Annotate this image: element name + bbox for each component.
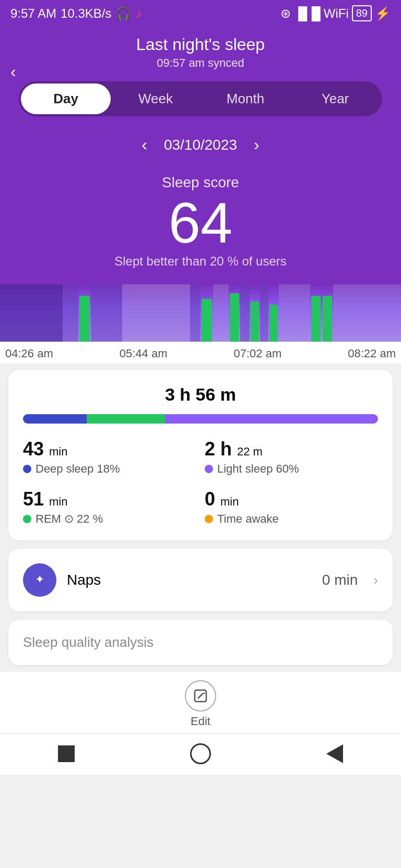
time-labels: 04:26 am 05:44 am 07:02 am 08:22 am <box>0 342 401 364</box>
dot-awake <box>205 515 213 523</box>
headphone-icon: 🎧 <box>115 6 131 21</box>
signal-icon: ▐▌█ <box>294 6 321 21</box>
tab-year[interactable]: Year <box>290 83 380 114</box>
nav-square-icon <box>58 745 75 762</box>
bar-rem <box>165 414 378 424</box>
wifi-icon: WiFi <box>324 6 349 21</box>
next-date-button[interactable]: › <box>250 131 264 159</box>
time-label-3: 07:02 am <box>234 347 282 360</box>
prev-date-button[interactable]: ‹ <box>137 131 151 159</box>
svg-line-3 <box>198 693 203 698</box>
duration-card: 3 h 56 m 43 min Deep sleep 18% 2 h 22 m <box>8 370 393 540</box>
tab-bar: Day Week Month Year <box>19 81 382 116</box>
nav-back-button[interactable] <box>326 744 343 763</box>
stat-awake: 0 min Time awake <box>205 488 378 526</box>
bar-light <box>87 414 165 424</box>
analysis-card: Sleep quality analysis <box>8 620 393 665</box>
stat-light-sleep: 2 h 22 m Light sleep 60% <box>205 438 378 476</box>
star-sparkle-icon: ✦ <box>30 571 49 589</box>
tab-month[interactable]: Month <box>200 83 290 114</box>
dot-light <box>205 465 213 473</box>
time-label-2: 05:44 am <box>120 347 168 360</box>
back-button[interactable]: ‹ <box>10 62 16 81</box>
time-label-1: 04:26 am <box>5 347 53 360</box>
nav-circle-icon <box>190 743 211 764</box>
sleep-stats-grid: 43 min Deep sleep 18% 2 h 22 m Light sle… <box>23 438 378 526</box>
naps-chevron-icon: › <box>373 572 378 588</box>
music-icon: ♪ <box>135 6 141 21</box>
header-section: ‹ Last night's sleep 09:57 am synced Day… <box>0 27 401 162</box>
sleep-chart <box>0 284 401 342</box>
nav-back-icon <box>326 744 343 763</box>
naps-title: Naps <box>67 572 312 588</box>
stat-rem: 51 min REM ⊙ 22 % <box>23 488 196 526</box>
duration-value: 3 h 56 m <box>23 384 378 405</box>
sleep-score-section: Sleep score 64 Slept better than 20 % of… <box>0 162 401 284</box>
dot-deep <box>23 465 31 473</box>
naps-icon: ✦ <box>23 563 56 597</box>
naps-value: 0 min <box>322 572 358 588</box>
naps-card[interactable]: ✦ Naps 0 min › <box>8 549 393 611</box>
bar-deep <box>23 414 87 424</box>
cards-section: 3 h 56 m 43 min Deep sleep 18% 2 h 22 m <box>0 364 401 671</box>
network-label: 10.3KB/s <box>61 6 111 21</box>
edit-button[interactable] <box>185 680 216 712</box>
status-right: ⊛ ▐▌█ WiFi 89 ⚡ <box>280 5 391 21</box>
time-label: 9:57 AM <box>10 6 56 21</box>
battery-icon: 89 <box>352 5 372 21</box>
tab-day[interactable]: Day <box>21 83 111 114</box>
analysis-title: Sleep quality analysis <box>23 634 378 650</box>
status-left: 9:57 AM 10.3KB/s 🎧 ♪ <box>10 6 141 21</box>
sleep-score-subtext: Slept better than 20 % of users <box>0 254 401 269</box>
edit-bar: Edit <box>0 671 401 733</box>
edit-icon <box>193 688 208 704</box>
nav-home-button[interactable] <box>190 743 211 764</box>
duration-bar <box>23 414 378 424</box>
status-bar: 9:57 AM 10.3KB/s 🎧 ♪ ⊛ ▐▌█ WiFi 89 ⚡ <box>0 0 401 27</box>
tab-week[interactable]: Week <box>111 83 200 114</box>
stat-deep-sleep: 43 min Deep sleep 18% <box>23 438 196 476</box>
sleep-score-value: 64 <box>0 191 401 254</box>
page-title: Last night's sleep <box>10 35 391 54</box>
bluetooth-icon: ⊛ <box>280 6 291 21</box>
charging-icon: ⚡ <box>375 6 391 21</box>
date-nav: ‹ 03/10/2023 › <box>10 131 391 162</box>
nav-square-button[interactable] <box>58 745 75 762</box>
time-label-4: 08:22 am <box>348 347 396 360</box>
edit-label: Edit <box>191 715 210 728</box>
dot-rem <box>23 515 31 523</box>
current-date: 03/10/2023 <box>164 137 237 153</box>
nav-bar <box>0 733 401 775</box>
sleep-score-label: Sleep score <box>0 174 401 191</box>
svg-text:✦: ✦ <box>35 573 44 586</box>
sync-status: 09:57 am synced <box>10 56 391 70</box>
